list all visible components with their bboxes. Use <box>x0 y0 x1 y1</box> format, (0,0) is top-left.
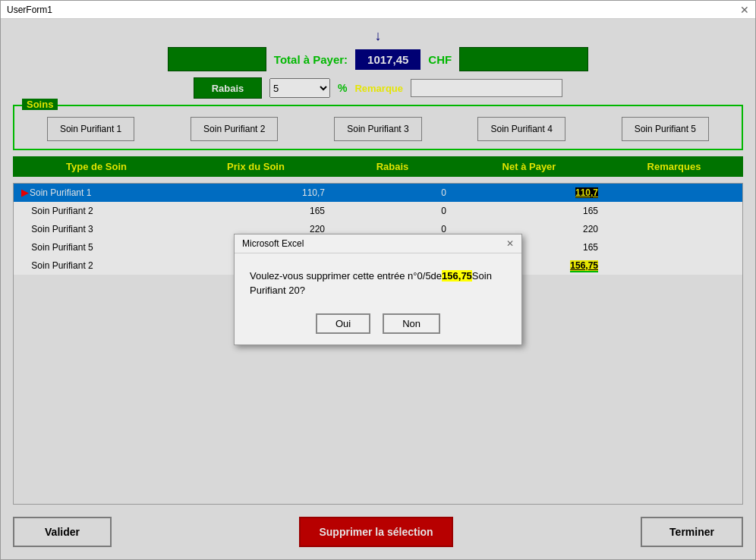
modal-close-icon[interactable]: ✕ <box>506 238 514 249</box>
main-content: ↓ Total à Payer: 1017,45 CHF Rabais 5 0 … <box>1 19 755 559</box>
close-icon[interactable]: ✕ <box>740 4 749 16</box>
main-window: UserForm1 ✕ ↓ Total à Payer: 1017,45 CHF… <box>0 0 756 560</box>
window-title: UserForm1 <box>7 5 52 15</box>
modal-overlay: Microsoft Excel ✕ Voulez-vous supprimer … <box>1 19 755 559</box>
modal-message-before: Voulez-vous supprimer cette entrée n°0/5… <box>250 270 442 282</box>
modal-dialog: Microsoft Excel ✕ Voulez-vous supprimer … <box>234 234 522 345</box>
modal-highlighted-value: 156,75 <box>442 270 472 282</box>
modal-buttons: Oui Non <box>235 306 521 344</box>
title-bar: UserForm1 ✕ <box>1 1 755 19</box>
modal-non-button[interactable]: Non <box>383 313 440 334</box>
modal-oui-button[interactable]: Oui <box>316 313 370 334</box>
modal-titlebar: Microsoft Excel ✕ <box>235 234 521 253</box>
modal-body: Voulez-vous supprimer cette entrée n°0/5… <box>235 253 521 306</box>
modal-title: Microsoft Excel <box>242 238 304 249</box>
